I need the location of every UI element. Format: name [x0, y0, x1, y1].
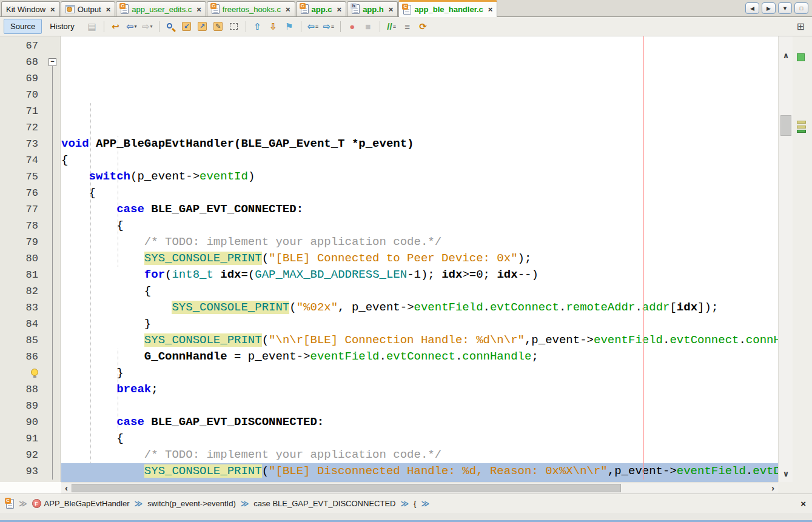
occurrence-mark[interactable] [797, 125, 806, 129]
gutter-line-86[interactable]: 86 [0, 349, 60, 365]
code-area[interactable]: void APP_BleGapEvtHandler(BLE_GAP_Event_… [61, 36, 778, 482]
uncomment-icon[interactable]: ≡ [400, 20, 415, 33]
code-line-83[interactable] [61, 398, 778, 414]
shift-line-left-icon[interactable]: ⇦≡ [306, 20, 320, 33]
code-line-73[interactable]: /* TODO: implement your application code… [61, 234, 778, 250]
hint-lightbulb-icon[interactable] [31, 369, 38, 376]
gutter-line-71[interactable]: 71 [0, 103, 60, 119]
code-line-76[interactable]: { [61, 283, 778, 299]
rectangular-selection-icon[interactable] [227, 20, 241, 33]
find-previous-occurrence-icon[interactable]: ↗ [195, 20, 210, 33]
toggle-highlight-search-icon[interactable]: ✎ [211, 20, 226, 33]
gutter-line-74[interactable]: 74 [0, 152, 60, 169]
tab-app.c[interactable]: app.c× [296, 1, 347, 16]
code-line-82[interactable]: break; [61, 381, 778, 398]
breadcrumb-close-icon[interactable]: × [800, 498, 806, 509]
vertical-scrollbar[interactable]: ∧ ∨ [778, 36, 793, 482]
start-macro-recording-icon[interactable]: ● [345, 20, 360, 33]
code-line-86[interactable]: /* TODO: implement your application code… [61, 447, 778, 463]
gutter-line-67[interactable]: 67 [0, 38, 60, 54]
breadcrumb-item[interactable]: case BLE_GAP_EVT_DISCONNECTED [253, 499, 395, 508]
maximize-window-button[interactable]: □ [794, 2, 808, 14]
tab-close-icon[interactable]: × [488, 6, 493, 13]
comment-icon[interactable]: //≡ [384, 20, 399, 33]
occurrence-mark[interactable] [797, 121, 806, 124]
tab-close-icon[interactable]: × [106, 6, 111, 13]
tab-close-icon[interactable]: × [337, 6, 342, 13]
tab-app_user_edits.c[interactable]: app_user_edits.c× [116, 1, 206, 16]
scroll-tabs-left-button[interactable]: ◀ [745, 2, 759, 14]
tab-Kit Window[interactable]: Kit Window× [1, 1, 60, 16]
code-line-69[interactable]: switch(p_event->eventId) [61, 169, 778, 185]
breadcrumb-item[interactable]: FAPP_BleGapEvtHandler [32, 499, 130, 508]
gutter-line-79[interactable]: 79 [0, 234, 60, 250]
scroll-down-icon[interactable]: ∨ [779, 469, 793, 478]
code-line-79[interactable]: SYS_CONSOLE_PRINT("\n\r[BLE] Connection … [61, 332, 778, 349]
toggle-bookmark-icon[interactable]: ⚑ [282, 20, 297, 33]
history-view-button[interactable]: History [43, 19, 81, 34]
gutter-line-91[interactable]: 91 [0, 430, 60, 447]
gutter-line-72[interactable]: 72 [0, 119, 60, 136]
gutter-line-88[interactable]: 88 [0, 381, 60, 398]
code-line-72[interactable]: { [61, 218, 778, 234]
code-line-74[interactable]: SYS_CONSOLE_PRINT("[BLE] Connected to Pe… [61, 250, 778, 267]
gutter-line-90[interactable]: 90 [0, 414, 60, 430]
file-status-ok[interactable] [797, 53, 805, 61]
split-editor-icon[interactable]: ⊞ [797, 21, 808, 32]
code-line-75[interactable]: for(int8_t idx=(GAP_MAX_BD_ADDRESS_LEN-1… [61, 267, 778, 283]
code-fold-collapse-icon[interactable]: − [49, 58, 56, 66]
scroll-up-icon[interactable]: ∧ [779, 51, 793, 60]
horizontal-scrollbar-thumb[interactable] [72, 484, 621, 492]
code-line-87[interactable]: SYS_CONSOLE_PRINT("[BLE] Disconnected Ha… [61, 463, 778, 480]
code-line-77[interactable]: SYS_CONSOLE_PRINT("%02x", p_event->event… [61, 299, 778, 316]
previous-bookmark-icon[interactable]: ⇧ [250, 20, 265, 33]
code-line-80[interactable]: G_ConnHandle = p_event->eventField.evtCo… [61, 349, 778, 365]
scroll-left-icon[interactable]: ‹ [61, 483, 72, 494]
gutter-line-78[interactable]: 78 [0, 218, 60, 234]
source-view-button[interactable]: Source [4, 19, 42, 34]
tab-app.h[interactable]: app.h× [347, 1, 398, 16]
tab-close-icon[interactable]: × [50, 6, 55, 13]
tab-app_ble_handler.c[interactable]: app_ble_handler.c× [398, 0, 497, 17]
breadcrumb-item[interactable]: { [414, 499, 416, 508]
scroll-right-icon[interactable]: › [768, 483, 778, 494]
code-line-68[interactable]: { [61, 152, 778, 169]
gutter-line-81[interactable]: 81 [0, 267, 60, 283]
code-line-71[interactable]: case BLE_GAP_EVT_CONNECTED: [61, 201, 778, 218]
gutter-line-92[interactable]: 92 [0, 447, 60, 463]
next-bookmark-icon[interactable]: ⇩ [266, 20, 281, 33]
gutter-line-77[interactable]: 77 [0, 201, 60, 218]
gutter-line-69[interactable]: 69 [0, 70, 60, 87]
gutter-line-89[interactable]: 89 [0, 398, 60, 414]
breadcrumb-item[interactable]: switch(p_event->eventId) [147, 499, 236, 508]
code-line-81[interactable]: } [61, 365, 778, 381]
gutter-line-82[interactable]: 82 [0, 283, 60, 299]
gutter-line-83[interactable]: 83 [0, 299, 60, 316]
gutter-line-70[interactable]: 70 [0, 87, 60, 103]
horizontal-scrollbar[interactable]: ‹ › [61, 482, 778, 494]
gutter-line-84[interactable]: 84 [0, 316, 60, 332]
tab-Output[interactable]: Output× [61, 1, 116, 16]
gutter-line-85[interactable]: 85 [0, 332, 60, 349]
current-line-mark[interactable] [797, 130, 806, 133]
tab-list-dropdown-button[interactable]: ▼ [778, 2, 792, 14]
gutter-line-93[interactable]: 93 [0, 463, 60, 480]
vertical-scrollbar-thumb[interactable] [780, 115, 791, 136]
scroll-tabs-right-button[interactable]: ▶ [762, 2, 776, 14]
tab-close-icon[interactable]: × [196, 6, 201, 13]
gutter-line-73[interactable]: 73 [0, 136, 60, 152]
toggle-header-source-icon[interactable]: ⟳ [416, 20, 431, 33]
code-line-84[interactable]: case BLE_GAP_EVT_DISCONNECTED: [61, 414, 778, 430]
back-icon[interactable]: ⇦▾ [124, 20, 139, 33]
code-line-67[interactable]: void APP_BleGapEvtHandler(BLE_GAP_Event_… [61, 136, 778, 152]
tab-freertos_hooks.c[interactable]: freertos_hooks.c× [207, 1, 295, 16]
gutter-line-75[interactable]: 75 [0, 169, 60, 185]
gutter-line-87[interactable] [0, 365, 60, 381]
shift-line-right-icon[interactable]: ⇨≡ [321, 20, 336, 33]
code-line-85[interactable]: { [61, 430, 778, 447]
code-line-70[interactable]: { [61, 185, 778, 201]
find-next-occurrence-icon[interactable]: ↙ [180, 20, 194, 33]
code-line-78[interactable]: } [61, 316, 778, 332]
gutter-line-76[interactable]: 76 [0, 185, 60, 201]
code-line-88[interactable]: p_event->eventField.evtDisconnect.reason… [61, 480, 778, 482]
